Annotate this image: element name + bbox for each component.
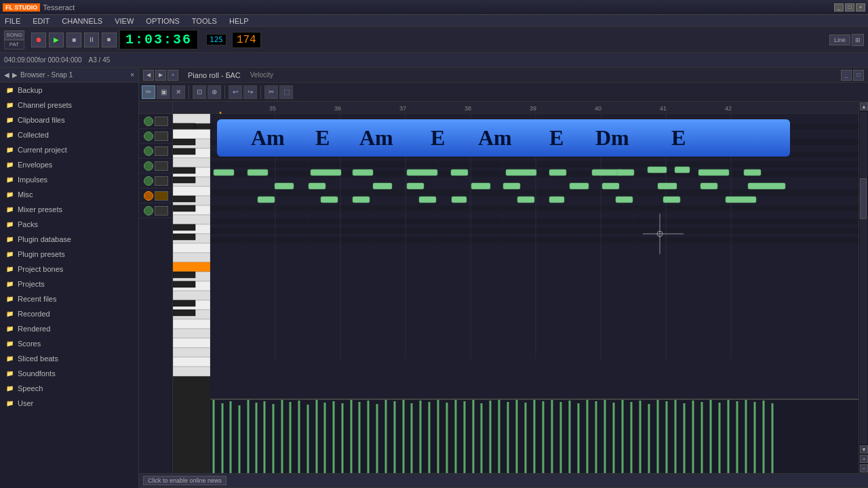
channel-next-btn[interactable]: ▶: [155, 70, 166, 81]
note[interactable]: [309, 183, 326, 189]
note[interactable]: [506, 169, 536, 176]
magnet-btn[interactable]: ⊡: [193, 85, 206, 99]
note[interactable]: [407, 183, 424, 189]
note[interactable]: [663, 197, 680, 203]
note[interactable]: [658, 183, 677, 189]
white-key[interactable]: [173, 338, 210, 348]
ch-active-btn-5[interactable]: [144, 176, 153, 186]
sidebar-item-recent-files[interactable]: 📁 Recent files: [0, 291, 138, 306]
note[interactable]: [748, 183, 785, 189]
redo-btn[interactable]: ↪: [243, 85, 257, 99]
ch-active-btn-1[interactable]: [144, 117, 153, 126]
sidebar-item-current-project[interactable]: 📁 Current project: [0, 142, 138, 157]
pat-btn[interactable]: PAT: [4, 40, 24, 49]
undo-btn[interactable]: ↩: [229, 85, 242, 99]
white-key[interactable]: [173, 215, 210, 224]
sidebar-item-scores[interactable]: 📁 Scores: [0, 336, 138, 351]
menu-tools[interactable]: TOOLS: [190, 17, 219, 25]
sidebar-item-soundfonts[interactable]: 📁 Soundfonts: [0, 366, 138, 381]
ch-vol-5[interactable]: [155, 176, 168, 186]
black-key[interactable]: [173, 148, 195, 155]
note[interactable]: [258, 197, 275, 203]
sidebar-item-clipboard-files[interactable]: 📁 Clipboard files: [0, 113, 138, 127]
note[interactable]: [471, 183, 490, 189]
black-key[interactable]: [173, 177, 195, 183]
sidebar-item-speech[interactable]: 📁 Speech: [0, 381, 138, 396]
white-key[interactable]: [173, 253, 210, 262]
note[interactable]: [321, 197, 338, 203]
sidebar-item-backup[interactable]: 📁 Backup: [0, 83, 138, 98]
sidebar-item-impulses[interactable]: 📁 Impulses: [0, 172, 138, 187]
note[interactable]: [698, 169, 729, 176]
note[interactable]: [419, 197, 436, 203]
piano-roll-min-btn[interactable]: _: [841, 70, 852, 81]
record-audio-btn[interactable]: ⏺: [102, 33, 117, 47]
ch-active-btn-2[interactable]: [144, 131, 153, 141]
menu-edit[interactable]: EDIT: [31, 17, 52, 25]
black-key[interactable]: [173, 139, 195, 145]
white-key[interactable]: [173, 367, 210, 376]
pencil-tool-btn[interactable]: ✏: [142, 85, 155, 99]
note[interactable]: [373, 183, 392, 189]
note[interactable]: [452, 197, 467, 203]
note[interactable]: [353, 197, 370, 203]
window-controls[interactable]: _ □ ×: [834, 3, 865, 12]
note[interactable]: [517, 197, 534, 203]
right-scrollbar[interactable]: ▲ ▼ + −: [859, 102, 868, 473]
note[interactable]: [675, 167, 690, 173]
sidebar-item-packs[interactable]: 📁 Packs: [0, 217, 138, 232]
sidebar-item-misc[interactable]: 📁 Misc: [0, 187, 138, 202]
scroll-up-btn[interactable]: ▲: [860, 102, 868, 110]
maximize-btn[interactable]: □: [845, 3, 854, 12]
note[interactable]: [616, 197, 633, 203]
song-btn[interactable]: SONG: [4, 30, 24, 40]
black-key[interactable]: [173, 205, 195, 211]
note-grid-container[interactable]: 35 36 37 38 39 40 41 42: [210, 102, 859, 399]
ch-vol-2[interactable]: [155, 131, 168, 141]
scroll-track[interactable]: [860, 112, 867, 444]
white-key[interactable]: [173, 357, 210, 367]
note[interactable]: [726, 197, 756, 203]
note[interactable]: [248, 169, 268, 176]
stop-btn[interactable]: ■: [66, 33, 81, 47]
ch-vol-6[interactable]: [155, 191, 168, 201]
ch-vol-4[interactable]: [155, 161, 168, 171]
channel-prev-btn[interactable]: ◀: [143, 70, 154, 81]
news-enable-btn[interactable]: Click to enable online news: [143, 476, 226, 485]
note[interactable]: [744, 169, 761, 176]
ch-vol-3[interactable]: [155, 146, 168, 156]
sidebar-item-mixer-presets[interactable]: 📁 Mixer presets: [0, 202, 138, 217]
black-key[interactable]: [173, 167, 195, 174]
menu-help[interactable]: HELP: [227, 17, 251, 25]
ch-vol-7[interactable]: [155, 206, 168, 216]
black-key[interactable]: [173, 281, 195, 287]
sidebar-item-rendered[interactable]: 📁 Rendered: [0, 321, 138, 336]
white-key[interactable]: [173, 129, 210, 139]
sidebar-item-user[interactable]: 📁 User: [0, 396, 138, 411]
note[interactable]: [617, 169, 634, 176]
menu-view[interactable]: VIEW: [113, 17, 136, 25]
delete-tool-btn[interactable]: ✕: [172, 85, 185, 99]
sidebar-nav-right[interactable]: ▶: [12, 71, 18, 79]
sidebar-item-sliced-beats[interactable]: 📁 Sliced beats: [0, 351, 138, 366]
sidebar-item-recorded[interactable]: 📁 Recorded: [0, 306, 138, 321]
ch-active-btn-6[interactable]: [144, 191, 153, 201]
sidebar-item-envelopes[interactable]: 📁 Envelopes: [0, 157, 138, 172]
note[interactable]: [701, 183, 717, 189]
sidebar-item-collected[interactable]: 📁 Collected: [0, 127, 138, 142]
black-key[interactable]: [173, 224, 195, 230]
note[interactable]: [275, 183, 294, 189]
scroll-collapse-btn[interactable]: −: [860, 464, 868, 472]
note[interactable]: [549, 197, 564, 203]
black-key[interactable]: [173, 234, 195, 240]
note[interactable]: [353, 169, 373, 176]
sidebar-item-plugin-database[interactable]: 📁 Plugin database: [0, 232, 138, 247]
white-key[interactable]: [173, 158, 210, 167]
ch-vol-1[interactable]: [155, 117, 168, 126]
white-key[interactable]: [173, 114, 210, 123]
highlighted-key[interactable]: [173, 262, 210, 272]
note[interactable]: [648, 167, 667, 173]
note[interactable]: [451, 169, 468, 176]
white-key[interactable]: [173, 319, 210, 329]
select-tool-btn[interactable]: ▣: [157, 85, 170, 99]
